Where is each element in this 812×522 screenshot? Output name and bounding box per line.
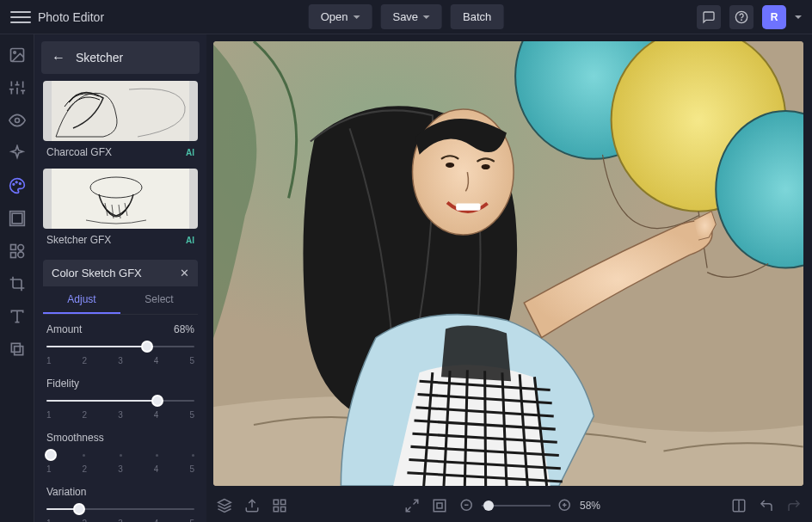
svg-rect-40 xyxy=(274,500,278,504)
sidebar-header: ← Sketcher xyxy=(41,41,200,74)
svg-point-20 xyxy=(17,245,23,251)
fidelity-slider[interactable] xyxy=(46,395,194,407)
svg-rect-46 xyxy=(434,500,446,512)
canvas[interactable] xyxy=(213,41,803,486)
svg-point-3 xyxy=(13,52,15,54)
sidebar-title: Sketcher xyxy=(76,51,123,64)
svg-point-15 xyxy=(15,181,17,183)
open-button[interactable]: Open xyxy=(309,4,372,29)
svg-point-36 xyxy=(482,164,490,169)
svg-rect-37 xyxy=(456,204,480,211)
layers-panel-icon[interactable] xyxy=(217,498,232,513)
top-bar: Photo Editor Open Save Batch R xyxy=(0,0,812,34)
sidebar: ← Sketcher Charcoal GFXAI Sketcher GFXAI… xyxy=(34,34,206,522)
svg-line-45 xyxy=(406,507,410,512)
bottom-bar: 58% xyxy=(206,489,812,522)
svg-line-44 xyxy=(414,500,418,504)
effect-card-charcoal[interactable]: Charcoal GFXAI xyxy=(43,81,198,162)
ai-badge: AI xyxy=(186,148,194,157)
amount-label: Amount xyxy=(46,323,82,335)
svg-point-14 xyxy=(13,184,15,186)
layers-icon[interactable] xyxy=(9,341,26,358)
redo-icon[interactable] xyxy=(786,498,802,513)
image-icon[interactable] xyxy=(9,46,26,64)
zoom-in-icon[interactable] xyxy=(557,498,573,513)
ai-badge: AI xyxy=(186,236,194,245)
tabs: Adjust Select xyxy=(43,286,198,315)
fidelity-label: Fidelity xyxy=(46,378,79,390)
chat-icon[interactable] xyxy=(697,5,721,29)
export-icon[interactable] xyxy=(244,498,260,513)
zoom-slider[interactable] xyxy=(482,501,551,511)
palette-icon[interactable] xyxy=(9,177,26,194)
control-amount: Amount68% 12345 xyxy=(46,323,194,365)
svg-point-16 xyxy=(19,183,21,185)
frame-icon[interactable] xyxy=(9,210,26,227)
zoom-out-icon[interactable] xyxy=(459,498,475,513)
sliders-icon[interactable] xyxy=(9,79,26,96)
compare-icon[interactable] xyxy=(731,498,747,513)
svg-marker-38 xyxy=(218,500,231,507)
control-variation: Variation 12345 xyxy=(46,486,194,522)
sparkle-icon[interactable] xyxy=(9,144,26,162)
svg-rect-42 xyxy=(281,507,286,512)
effect-card-sketcher[interactable]: Sketcher GFXAI xyxy=(43,169,198,249)
svg-rect-26 xyxy=(14,347,22,355)
control-fidelity: Fidelity 12345 xyxy=(46,378,194,420)
svg-rect-41 xyxy=(281,500,286,504)
svg-point-22 xyxy=(17,252,23,258)
variation-label: Variation xyxy=(46,486,86,498)
svg-rect-19 xyxy=(10,245,15,250)
shapes-icon[interactable] xyxy=(9,243,26,260)
smoothness-slider[interactable] xyxy=(46,449,194,461)
active-effect-title: Color Sketch GFX xyxy=(52,267,142,279)
avatar[interactable]: R xyxy=(762,5,786,29)
control-smoothness: Smoothness 12345 xyxy=(46,432,194,474)
save-button[interactable]: Save xyxy=(380,4,442,29)
batch-button[interactable]: Batch xyxy=(451,4,503,29)
actual-size-icon[interactable] xyxy=(432,498,447,513)
app-title: Photo Editor xyxy=(38,10,104,24)
menu-icon[interactable] xyxy=(10,7,31,28)
svg-rect-21 xyxy=(10,253,15,258)
tab-select[interactable]: Select xyxy=(120,286,198,314)
back-arrow-icon[interactable]: ← xyxy=(52,50,65,65)
fit-screen-icon[interactable] xyxy=(404,498,420,513)
zoom-value: 58% xyxy=(580,500,614,512)
canvas-area: 58% xyxy=(206,34,812,522)
effect-thumb xyxy=(43,169,198,229)
eye-icon[interactable] xyxy=(9,112,26,129)
svg-rect-25 xyxy=(11,343,20,352)
grid-icon[interactable] xyxy=(272,498,287,513)
svg-point-1 xyxy=(741,20,742,21)
amount-slider[interactable] xyxy=(46,341,194,353)
active-effect-header: Color Sketch GFX ✕ xyxy=(43,260,198,286)
svg-rect-17 xyxy=(12,213,22,224)
help-icon[interactable] xyxy=(729,5,754,29)
amount-value: 68% xyxy=(174,323,194,335)
text-icon[interactable] xyxy=(9,308,26,325)
chevron-down-icon[interactable] xyxy=(795,15,802,19)
variation-slider[interactable] xyxy=(46,503,194,515)
undo-icon[interactable] xyxy=(759,498,774,513)
tool-rail xyxy=(0,34,34,522)
svg-rect-47 xyxy=(437,503,442,508)
effect-label: Sketcher GFX xyxy=(46,234,111,246)
svg-rect-27 xyxy=(52,81,189,141)
smoothness-label: Smoothness xyxy=(46,432,104,444)
svg-rect-43 xyxy=(274,507,278,512)
tab-adjust[interactable]: Adjust xyxy=(43,286,120,314)
svg-point-13 xyxy=(15,119,19,123)
svg-point-35 xyxy=(446,163,454,168)
effect-label: Charcoal GFX xyxy=(46,146,112,158)
effect-thumb xyxy=(43,81,198,141)
close-icon[interactable]: ✕ xyxy=(180,267,189,279)
crop-icon[interactable] xyxy=(9,275,26,292)
